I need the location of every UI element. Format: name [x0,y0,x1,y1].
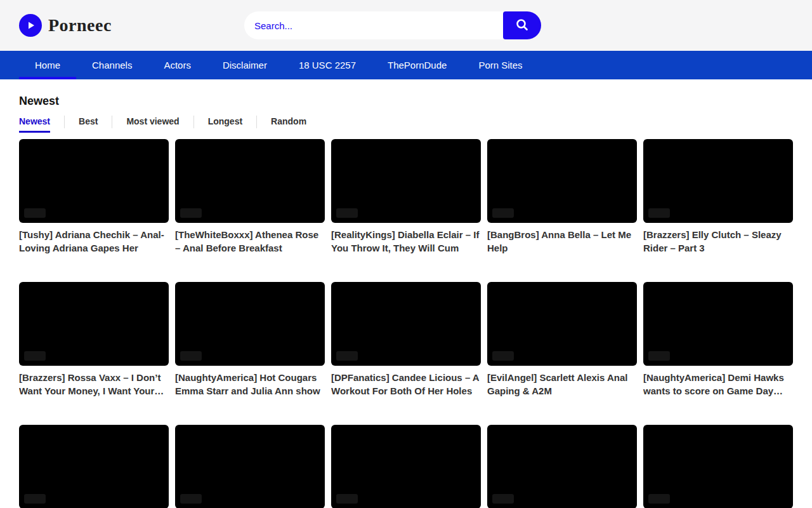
tab-divider [256,116,257,128]
duration-badge [492,208,514,218]
video-thumbnail[interactable] [175,139,325,223]
tab-most-viewed[interactable]: Most viewed [126,116,179,133]
nav-item-disclaimer[interactable]: Disclaimer [207,51,283,79]
video-card[interactable]: [Brazzers] Rossa Vaxx – I Don’t Want You… [19,282,169,398]
search-bar [244,11,541,39]
site-name: Porneec [48,15,112,36]
nav-item-actors[interactable]: Actors [148,51,207,79]
tab-random[interactable]: Random [271,116,306,133]
nav-item-home[interactable]: Home [19,51,76,79]
video-card[interactable]: [BangBros] Anna Bella – Let Me Help [487,139,637,255]
video-thumbnail[interactable] [19,139,169,223]
duration-badge [24,351,46,361]
video-title[interactable]: [Brazzers] Elly Clutch – Sleazy Rider – … [643,228,793,255]
play-icon [19,14,42,37]
video-thumbnail[interactable] [643,282,793,366]
duration-badge [336,351,358,361]
video-thumbnail[interactable] [643,139,793,223]
video-thumbnail[interactable] [175,425,325,508]
search-icon [514,17,530,34]
video-thumbnail[interactable] [331,282,481,366]
sort-tabs: Newest Best Most viewed Longest Random [19,116,793,133]
duration-badge [336,208,358,218]
video-thumbnail[interactable] [487,139,637,223]
video-thumbnail[interactable] [487,425,637,508]
video-card[interactable] [175,425,325,508]
video-card[interactable] [19,425,169,508]
video-thumbnail[interactable] [19,282,169,366]
main-content: Newest Newest Best Most viewed Longest R… [0,95,812,508]
search-button[interactable] [503,11,541,39]
tab-divider [112,116,112,128]
duration-badge [336,494,358,504]
video-card[interactable]: [NaughtyAmerica] Demi Hawks wants to sco… [643,282,793,398]
page-title: Newest [19,95,793,108]
video-thumbnail[interactable] [19,425,169,508]
video-card[interactable]: [TheWhiteBoxxx] Athenea Rose – Anal Befo… [175,139,325,255]
nav-item-18-usc-2257[interactable]: 18 USC 2257 [283,51,372,79]
video-card[interactable]: [Tushy] Adriana Chechik – Anal-Loving Ad… [19,139,169,255]
nav-item-channels[interactable]: Channels [76,51,148,79]
video-thumbnail[interactable] [487,282,637,366]
video-title[interactable]: [Tushy] Adriana Chechik – Anal-Loving Ad… [19,228,169,255]
search-input[interactable] [244,11,503,39]
video-thumbnail[interactable] [331,425,481,508]
video-card[interactable] [487,425,637,508]
video-title[interactable]: [RealityKings] Diabella Eclair – If You … [331,228,481,255]
video-title[interactable]: [BangBros] Anna Bella – Let Me Help [487,228,637,255]
video-title[interactable]: [DPFanatics] Candee Licious – A Workout … [331,371,481,398]
duration-badge [492,494,514,504]
duration-badge [180,351,202,361]
video-thumbnail[interactable] [331,139,481,223]
video-thumbnail[interactable] [175,282,325,366]
video-thumbnail[interactable] [643,425,793,508]
duration-badge [648,208,670,218]
video-title[interactable]: [TheWhiteBoxxx] Athenea Rose – Anal Befo… [175,228,325,255]
duration-badge [24,208,46,218]
duration-badge [24,494,46,504]
nav-item-porn-sites[interactable]: Porn Sites [462,51,538,79]
tab-longest[interactable]: Longest [208,116,242,133]
video-title[interactable]: [NaughtyAmerica] Demi Hawks wants to sco… [643,371,793,398]
video-card[interactable] [643,425,793,508]
tab-divider [193,116,194,128]
video-title[interactable]: [Brazzers] Rossa Vaxx – I Don’t Want You… [19,371,169,398]
video-grid: [Tushy] Adriana Chechik – Anal-Loving Ad… [19,139,793,508]
site-logo[interactable]: Porneec [19,14,112,37]
video-card[interactable]: [EvilAngel] Scarlett Alexis Anal Gaping … [487,282,637,398]
duration-badge [180,494,202,504]
nav-item-theporndude[interactable]: ThePornDude [372,51,462,79]
tab-divider [64,116,65,128]
duration-badge [492,351,514,361]
video-card[interactable]: [RealityKings] Diabella Eclair – If You … [331,139,481,255]
duration-badge [648,494,670,504]
video-title[interactable]: [NaughtyAmerica] Hot Cougars Emma Starr … [175,371,325,398]
site-header: Porneec [0,0,812,51]
main-nav: Home Channels Actors Disclaimer 18 USC 2… [0,51,812,79]
video-card[interactable]: [DPFanatics] Candee Licious – A Workout … [331,282,481,398]
video-card[interactable] [331,425,481,508]
tab-best[interactable]: Best [79,116,98,133]
duration-badge [180,208,202,218]
tab-newest[interactable]: Newest [19,116,50,133]
video-card[interactable]: [NaughtyAmerica] Hot Cougars Emma Starr … [175,282,325,398]
duration-badge [648,351,670,361]
video-title[interactable]: [EvilAngel] Scarlett Alexis Anal Gaping … [487,371,637,398]
video-card[interactable]: [Brazzers] Elly Clutch – Sleazy Rider – … [643,139,793,255]
